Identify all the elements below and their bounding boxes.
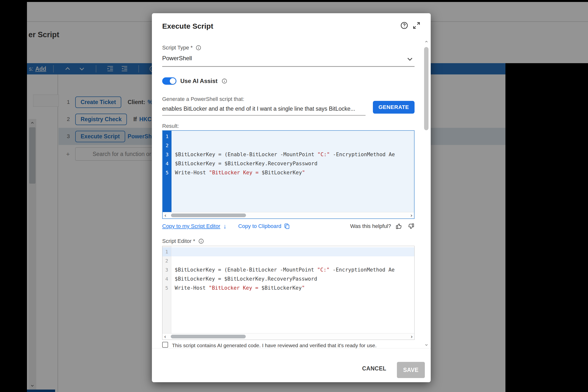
code-line[interactable]: $BitLockerKey = (Enable-BitLocker -Mount…: [172, 150, 414, 159]
ai-checkbox-clip: This script contains AI generated code. …: [162, 342, 410, 348]
ai-assist-toggle[interactable]: [162, 77, 176, 85]
code-line[interactable]: $BitLockerKey = (Enable-BitLocker -Mount…: [171, 266, 414, 274]
ai-checkbox-label: This script contains AI generated code. …: [172, 342, 377, 348]
result-label: Result:: [162, 123, 179, 129]
code-line[interactable]: Write-Host "BitLocker Key = $BitLockerKe…: [172, 168, 414, 177]
script-code-editor[interactable]: 12345 $BitLockerKey = (Enable-BitLocker …: [162, 246, 414, 340]
code-line[interactable]: Write-Host "BitLocker Key = $BitLockerKe…: [171, 284, 414, 292]
helpful-row: Was this helpful?: [350, 222, 414, 230]
scroll-down-icon[interactable]: [423, 342, 429, 348]
generate-prompt-label: Generate a PowerShell script that:: [162, 96, 244, 102]
line-number-gutter: 12345: [162, 246, 171, 333]
ai-assist-row: Use AI Assist: [162, 77, 227, 85]
thumbs-up-icon[interactable]: [395, 222, 403, 230]
scroll-up-icon[interactable]: [423, 39, 429, 44]
select-underline: [162, 66, 414, 67]
code-line[interactable]: [171, 247, 414, 256]
copy-icon: [284, 223, 290, 230]
scrollbar-thumb[interactable]: [171, 214, 246, 217]
help-icon[interactable]: [400, 21, 409, 30]
cancel-button[interactable]: CANCEL: [362, 365, 386, 372]
ai-code-checkbox[interactable]: [162, 342, 168, 348]
dialog-vertical-scrollbar[interactable]: [423, 39, 429, 348]
copy-to-clipboard-link[interactable]: Copy to Clipboard: [238, 223, 290, 230]
script-editor-label: Script Editor *: [162, 238, 195, 244]
ai-checkbox-row: This script contains AI generated code. …: [162, 342, 410, 348]
line-number: 1: [162, 247, 171, 256]
thumbs-down-icon[interactable]: [407, 222, 414, 230]
execute-script-dialog: Execute Script Script Type * PowerShell: [152, 13, 431, 382]
chevron-down-icon[interactable]: [406, 55, 414, 63]
code-line[interactable]: [171, 256, 414, 266]
generate-button[interactable]: GENERATE: [373, 101, 414, 114]
scroll-left-icon[interactable]: ‹: [162, 334, 168, 340]
line-number: 4: [162, 274, 171, 284]
input-underline: [162, 115, 366, 116]
footer-divider: [152, 348, 431, 348]
scroll-right-icon[interactable]: ›: [409, 334, 414, 340]
line-number: 5: [162, 284, 171, 292]
result-code-editor[interactable]: 12345 $BitLockerKey = (Enable-BitLocker …: [162, 130, 414, 219]
code-line[interactable]: $BitLockerKey = $BitLockerKey.RecoveryPa…: [171, 274, 414, 284]
scrollbar-thumb[interactable]: [171, 335, 246, 338]
horizontal-scrollbar[interactable]: ‹ ›: [163, 212, 414, 218]
line-number: 2: [162, 256, 171, 266]
script-editor-label-row: Script Editor *: [162, 238, 204, 244]
script-type-label-row: Script Type *: [162, 44, 201, 51]
info-icon[interactable]: [198, 238, 204, 244]
code-area[interactable]: $BitLockerKey = (Enable-BitLocker -Mount…: [171, 246, 414, 333]
info-icon[interactable]: [222, 78, 227, 84]
line-number: 1: [163, 132, 172, 141]
generate-prompt-input[interactable]: [162, 103, 365, 114]
scrollbar-thumb[interactable]: [424, 47, 428, 130]
line-number: 4: [163, 159, 172, 168]
scroll-right-icon[interactable]: ›: [409, 212, 414, 218]
code-line[interactable]: [172, 141, 414, 150]
line-number: 3: [162, 266, 171, 274]
download-arrow-icon[interactable]: ↓: [223, 222, 226, 230]
toggle-knob: [170, 78, 176, 84]
copy-to-script-editor-link[interactable]: Copy to my Script Editor: [162, 223, 220, 230]
code-line[interactable]: [172, 132, 414, 141]
scroll-left-icon[interactable]: ‹: [163, 212, 168, 218]
ai-assist-label: Use AI Assist: [180, 78, 218, 84]
code-area[interactable]: $BitLockerKey = (Enable-BitLocker -Mount…: [172, 131, 414, 212]
result-actions-row: Copy to my Script Editor ↓ Copy to Clipb…: [162, 222, 414, 231]
line-number-gutter: 12345: [163, 131, 172, 212]
dialog-title: Execute Script: [162, 22, 213, 30]
line-number: 3: [163, 150, 172, 159]
code-line[interactable]: $BitLockerKey = $BitLockerKey.RecoveryPa…: [172, 159, 414, 168]
script-type-select[interactable]: PowerShell: [162, 55, 192, 62]
expand-icon[interactable]: [412, 21, 421, 30]
info-icon[interactable]: [196, 45, 201, 51]
line-number: 5: [163, 168, 172, 177]
script-type-label: Script Type *: [162, 44, 193, 51]
helpful-label: Was this helpful?: [350, 223, 391, 230]
save-button[interactable]: SAVE: [397, 362, 425, 378]
line-number: 2: [163, 141, 172, 150]
screen: er Script s: Add: [0, 0, 588, 392]
horizontal-scrollbar[interactable]: ‹ ›: [162, 333, 414, 340]
